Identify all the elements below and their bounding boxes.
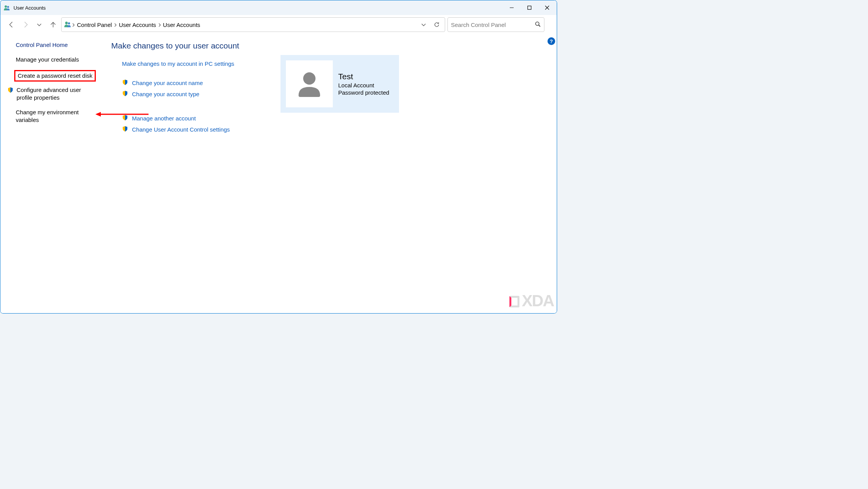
page-heading: Make changes to your user account bbox=[111, 41, 549, 50]
svg-rect-3 bbox=[528, 6, 531, 10]
chevron-right-icon[interactable] bbox=[114, 22, 117, 28]
user-password-status: Password protected bbox=[338, 89, 389, 96]
svg-point-8 bbox=[536, 22, 539, 25]
chevron-right-icon[interactable] bbox=[158, 22, 162, 28]
link-label: Change your account name bbox=[132, 80, 203, 86]
annotation-highlight: Create a password reset disk bbox=[14, 70, 96, 82]
titlebar: User Accounts bbox=[0, 0, 557, 15]
sidebar-link-environment-variables[interactable]: Change my environment variables bbox=[16, 108, 93, 124]
link-label: Make changes to my account in PC setting… bbox=[122, 60, 234, 67]
forward-button[interactable] bbox=[20, 19, 31, 30]
avatar bbox=[286, 60, 333, 107]
user-account-type: Local Account bbox=[338, 82, 389, 88]
sidebar-item: Change my environment variables bbox=[16, 108, 103, 124]
content-area: ? Control Panel Home Manage your credent… bbox=[0, 34, 557, 313]
watermark: XDA bbox=[509, 292, 554, 310]
breadcrumb-label: User Accounts bbox=[119, 22, 156, 28]
minimize-button[interactable] bbox=[503, 0, 521, 15]
breadcrumb-item[interactable]: User Accounts bbox=[162, 18, 202, 32]
address-bar[interactable]: Control Panel User Accounts User Account… bbox=[61, 17, 445, 32]
breadcrumb-label: Control Panel bbox=[77, 22, 112, 28]
close-button[interactable] bbox=[538, 0, 556, 15]
control-panel-home-link[interactable]: Control Panel Home bbox=[16, 41, 103, 49]
svg-point-7 bbox=[68, 22, 70, 25]
window-controls bbox=[503, 0, 556, 15]
link-change-uac-settings[interactable]: Change User Account Control settings bbox=[122, 126, 549, 133]
maximize-button[interactable] bbox=[521, 0, 538, 15]
address-history-dropdown[interactable] bbox=[417, 18, 430, 31]
main-content: Make changes to your user account Make c… bbox=[111, 34, 557, 313]
shield-icon bbox=[122, 126, 128, 133]
navigation-toolbar: Control Panel User Accounts User Account… bbox=[0, 15, 557, 34]
link-manage-another-account[interactable]: Manage another account bbox=[122, 115, 549, 122]
up-button[interactable] bbox=[47, 19, 59, 30]
control-panel-window: User Accounts bbox=[0, 0, 557, 314]
breadcrumb-root-icon[interactable] bbox=[64, 20, 72, 29]
svg-point-1 bbox=[7, 6, 9, 8]
watermark-text: XDA bbox=[522, 292, 554, 310]
shield-icon bbox=[122, 115, 128, 122]
search-input[interactable] bbox=[451, 22, 532, 28]
breadcrumb-item[interactable]: Control Panel bbox=[75, 18, 114, 32]
search-icon[interactable] bbox=[535, 21, 541, 28]
svg-point-6 bbox=[65, 22, 68, 24]
watermark-logo-icon bbox=[509, 296, 519, 307]
shield-icon bbox=[122, 79, 128, 87]
sidebar-link-manage-credentials[interactable]: Manage your credentials bbox=[16, 56, 103, 63]
window-title: User Accounts bbox=[13, 5, 46, 11]
user-info: Test Local Account Password protected bbox=[338, 72, 389, 96]
link-label: Change your account type bbox=[132, 91, 199, 97]
link-label: Change User Account Control settings bbox=[132, 126, 230, 133]
shield-icon bbox=[122, 90, 128, 98]
refresh-button[interactable] bbox=[430, 18, 443, 31]
recent-locations-button[interactable] bbox=[33, 19, 45, 30]
svg-point-10 bbox=[303, 72, 315, 85]
sidebar-link-configure-profile[interactable]: Configure advanced user profile properti… bbox=[17, 86, 93, 102]
breadcrumb-item[interactable]: User Accounts bbox=[117, 18, 158, 32]
user-accounts-app-icon bbox=[3, 4, 10, 11]
svg-line-9 bbox=[539, 25, 540, 27]
current-user-card: Test Local Account Password protected bbox=[280, 55, 399, 113]
svg-point-0 bbox=[5, 5, 7, 8]
sidebar-item: Configure advanced user profile properti… bbox=[16, 86, 103, 102]
breadcrumb-label: User Accounts bbox=[163, 22, 200, 28]
chevron-right-icon[interactable] bbox=[72, 22, 75, 28]
left-panel: Control Panel Home Manage your credentia… bbox=[0, 34, 111, 313]
user-name: Test bbox=[338, 72, 389, 81]
shield-icon bbox=[7, 87, 13, 94]
search-box[interactable] bbox=[447, 17, 544, 32]
titlebar-left: User Accounts bbox=[3, 4, 46, 11]
back-button[interactable] bbox=[6, 19, 17, 30]
sidebar-link-create-password-reset-disk[interactable]: Create a password reset disk bbox=[18, 72, 92, 80]
link-label: Manage another account bbox=[132, 115, 196, 122]
